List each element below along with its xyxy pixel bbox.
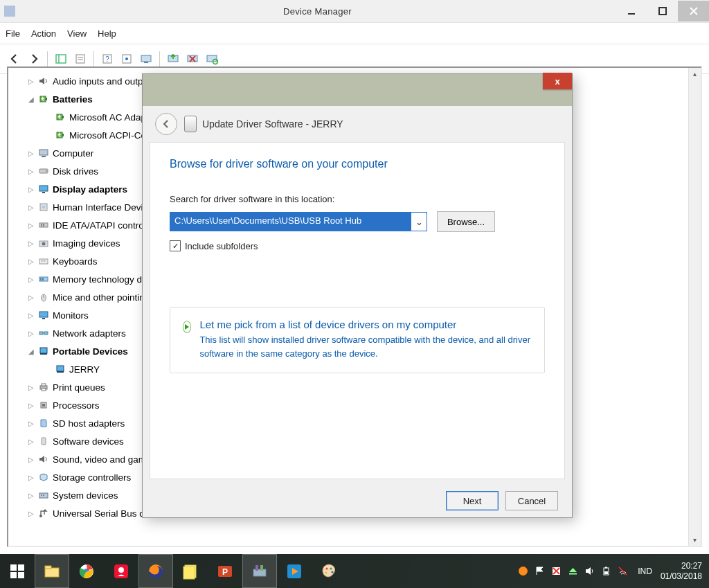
tree-node-label: Monitors <box>53 310 89 321</box>
svg-rect-22 <box>62 134 64 136</box>
toolbar-forward-icon[interactable] <box>25 50 43 68</box>
cancel-button[interactable]: Cancel <box>505 491 558 510</box>
taskbar-media-player[interactable] <box>277 554 312 588</box>
expander-icon[interactable]: ▷ <box>28 474 35 481</box>
svg-point-61 <box>41 495 42 496</box>
svg-rect-80 <box>255 565 258 571</box>
svg-rect-53 <box>57 371 64 373</box>
expander-icon[interactable]: ▷ <box>28 456 35 463</box>
expander-icon[interactable]: ▷ <box>28 402 35 409</box>
taskbar-app-red[interactable] <box>104 554 138 588</box>
vertical-scrollbar[interactable]: ▴ ▾ <box>688 68 701 546</box>
browse-button[interactable]: Browse... <box>437 211 495 232</box>
dialog-titlebar[interactable]: x <box>143 74 572 106</box>
tray-clock[interactable]: 20:27 01/03/2018 <box>661 561 702 582</box>
next-button[interactable]: Next <box>446 491 499 510</box>
expander-icon[interactable]: ◢ <box>28 348 35 355</box>
expander-icon[interactable]: ▷ <box>28 312 35 319</box>
tree-node-label: Storage controllers <box>53 472 131 483</box>
close-button[interactable] <box>678 1 709 21</box>
svg-point-83 <box>325 567 327 569</box>
svg-rect-89 <box>569 573 577 575</box>
toolbar-scan-icon[interactable] <box>137 50 155 68</box>
include-subfolders-checkbox[interactable]: ✓ Include subfolders <box>170 240 545 251</box>
expander-icon[interactable]: ▷ <box>28 78 35 84</box>
tray-network-icon[interactable] <box>617 566 628 577</box>
expander-icon[interactable]: ▷ <box>28 150 35 157</box>
sd-icon <box>37 418 50 428</box>
titlebar[interactable]: Device Manager <box>0 0 709 23</box>
taskbar-chrome[interactable] <box>69 554 104 588</box>
tray-volume-icon[interactable] <box>584 566 595 577</box>
svg-rect-11 <box>141 55 151 62</box>
audio-icon <box>37 454 50 464</box>
taskbar-device-manager[interactable] <box>242 554 277 588</box>
tray-language[interactable]: IND <box>638 567 652 576</box>
expander-icon[interactable]: ▷ <box>28 510 35 517</box>
option-description: This list will show installed driver sof… <box>199 333 532 360</box>
tree-node-label: Batteries <box>53 94 93 105</box>
dialog-close-button[interactable]: x <box>543 73 572 89</box>
expander-icon[interactable]: ▷ <box>28 222 35 229</box>
tray-antivirus-icon[interactable] <box>517 566 528 577</box>
svg-rect-46 <box>42 318 45 319</box>
tray-battery-icon[interactable] <box>600 566 611 577</box>
expander-icon[interactable]: ▷ <box>28 168 35 175</box>
expander-icon[interactable]: ▷ <box>28 384 35 391</box>
svg-point-10 <box>125 57 128 60</box>
expander-icon[interactable]: ▷ <box>28 258 35 265</box>
svg-rect-59 <box>42 438 46 445</box>
toolbar-scan-hardware-icon[interactable] <box>203 50 221 68</box>
tray-flag-icon[interactable] <box>534 566 545 577</box>
svg-rect-65 <box>18 564 24 571</box>
scroll-up-icon[interactable]: ▴ <box>689 68 701 80</box>
minimize-button[interactable] <box>616 1 647 21</box>
svg-rect-4 <box>76 55 84 63</box>
menu-help[interactable]: Help <box>98 28 116 39</box>
path-input[interactable]: C:\Users\User\Documents\USB\USB Root Hub <box>170 213 411 231</box>
expander-icon[interactable]: ▷ <box>28 240 35 247</box>
svg-rect-24 <box>42 156 46 157</box>
chevron-down-icon[interactable]: ⌄ <box>411 213 427 231</box>
expander-icon[interactable]: ▷ <box>28 204 35 211</box>
menu-action[interactable]: Action <box>31 28 56 39</box>
expander-icon[interactable]: ▷ <box>28 276 35 283</box>
usb-icon <box>37 508 50 518</box>
toolbar-help-icon[interactable]: ? <box>98 50 116 68</box>
dialog-heading: Browse for driver software on your compu… <box>170 158 545 170</box>
taskbar-notes[interactable] <box>173 554 208 588</box>
taskbar-file-explorer[interactable] <box>35 554 69 588</box>
tray-security-icon[interactable] <box>550 566 562 577</box>
toolbar-show-hide-tree-icon[interactable] <box>52 50 70 68</box>
expander-icon[interactable]: ▷ <box>28 420 35 427</box>
pick-from-list-option[interactable]: Let me pick from a list of device driver… <box>170 307 545 373</box>
expander-icon[interactable]: ▷ <box>28 492 35 499</box>
expander-icon[interactable]: ▷ <box>28 294 35 301</box>
path-combobox[interactable]: C:\Users\User\Documents\USB\USB Root Hub… <box>170 212 427 231</box>
maximize-button[interactable] <box>647 1 678 21</box>
expander-icon[interactable]: ▷ <box>28 330 35 337</box>
svg-rect-52 <box>57 366 64 371</box>
toolbar-uninstall-icon[interactable] <box>183 50 201 68</box>
scroll-down-icon[interactable]: ▾ <box>689 534 701 546</box>
taskbar-powerpoint[interactable]: P <box>208 554 242 588</box>
monitor-icon <box>37 310 50 320</box>
toolbar-properties-icon[interactable] <box>71 50 89 68</box>
expander-icon[interactable]: ▷ <box>28 186 35 193</box>
expander-icon[interactable]: ◢ <box>28 96 35 103</box>
toolbar-update-driver-icon[interactable] <box>164 50 182 68</box>
taskbar-paint[interactable] <box>312 554 346 588</box>
toolbar-action-icon[interactable] <box>118 50 136 68</box>
taskbar[interactable]: P IND 20:27 01/03/2018 <box>0 554 709 588</box>
menu-view[interactable]: View <box>67 28 87 39</box>
dialog-footer: Next Cancel <box>143 484 572 517</box>
tray-eject-icon[interactable] <box>567 566 578 577</box>
start-button[interactable] <box>0 554 35 588</box>
taskbar-firefox[interactable] <box>138 554 173 588</box>
expander-icon[interactable]: ▷ <box>28 438 35 445</box>
svg-rect-81 <box>260 565 263 571</box>
toolbar-back-icon[interactable] <box>6 50 24 68</box>
menu-file[interactable]: File <box>6 28 20 39</box>
svg-text:P: P <box>222 567 228 577</box>
back-button[interactable] <box>155 113 177 135</box>
